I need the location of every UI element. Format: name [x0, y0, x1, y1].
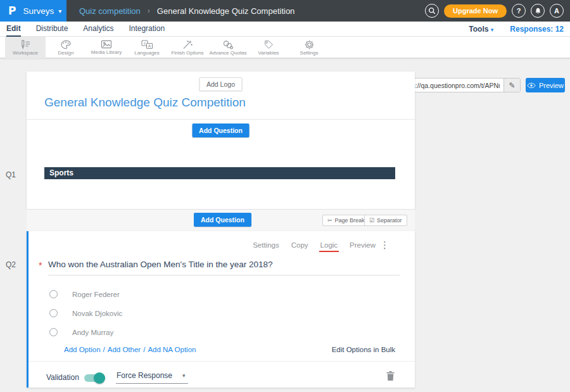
add-logo-button[interactable]: Add Logo: [199, 77, 243, 91]
option-label[interactable]: Novak Djokovic: [72, 310, 122, 317]
trash-icon: [386, 371, 395, 381]
workspace-icon: [20, 40, 32, 49]
answer-option-row[interactable]: Roger Federer: [49, 290, 120, 298]
add-question-button-top[interactable]: Add Question: [192, 123, 250, 137]
svg-text:A: A: [148, 43, 151, 48]
toggle-knob: [94, 372, 105, 384]
page-break-label: Page Break: [335, 217, 365, 224]
product-menu-label: Surveys: [23, 6, 54, 16]
upgrade-now-button[interactable]: Upgrade Now: [444, 4, 507, 18]
surveys-product-menu[interactable]: P Surveys ▾: [0, 0, 66, 22]
add-option-links: Add Option/Add Other/Add NA Option: [64, 346, 196, 353]
questionpro-logo-icon: P: [8, 4, 16, 17]
toolbar-item-label: Settings: [300, 50, 319, 56]
checkbox-checked-icon: ☑: [369, 217, 374, 224]
validation-toggle[interactable]: [84, 374, 104, 382]
question-number-q1: Q1: [6, 170, 16, 179]
preview-button[interactable]: Preview: [526, 78, 565, 92]
tools-dropdown[interactable]: Tools ▾: [469, 25, 493, 34]
add-na-option-link[interactable]: Add NA Option: [148, 346, 196, 353]
editor-toolbar: Workspace Design Media Library xA Langua…: [0, 37, 570, 58]
section-nav-bar: Edit Distribute Analytics Integration To…: [0, 22, 570, 37]
toolbar-item-finish-options[interactable]: Finish Options: [167, 37, 208, 58]
toolbar-item-label: Advance Quotas: [209, 50, 246, 56]
separator-label: Separator: [377, 217, 402, 224]
add-other-link[interactable]: Add Other: [108, 346, 141, 353]
question-number-q2: Q2: [6, 260, 16, 269]
translate-icon: xA: [141, 40, 153, 49]
tab-distribute[interactable]: Distribute: [36, 22, 68, 37]
tab-edit[interactable]: Edit: [6, 22, 21, 37]
notifications-button[interactable]: [531, 4, 545, 18]
question-mark-icon: ?: [517, 7, 521, 15]
question-preview-link[interactable]: Preview: [350, 241, 376, 249]
chevron-down-icon: ▾: [58, 8, 61, 15]
toolbar-item-workspace[interactable]: Workspace: [5, 37, 46, 58]
force-response-label: Force Response: [117, 371, 172, 380]
responses-count-link[interactable]: Responses: 12: [510, 25, 564, 34]
q2-question-card: Settings Copy Logic Preview ⋮ * Who won …: [27, 231, 415, 388]
validation-label: Validation: [46, 373, 79, 382]
nav-right-cluster: Tools ▾ Responses: 12: [469, 22, 564, 37]
divider: [27, 119, 415, 120]
radio-button[interactable]: [49, 309, 58, 317]
wand-icon: [182, 40, 193, 49]
radio-button[interactable]: [49, 328, 58, 336]
add-question-button-middle[interactable]: Add Question: [194, 213, 251, 227]
toolbar-item-variables[interactable]: Variables: [248, 37, 289, 58]
toolbar-item-media-library[interactable]: Media Library: [86, 37, 127, 58]
question-settings-link[interactable]: Settings: [253, 241, 279, 249]
survey-url-field: ✎: [396, 78, 521, 92]
question-logic-link[interactable]: Logic: [320, 241, 338, 249]
svg-text:x: x: [143, 41, 146, 45]
q1-section-header[interactable]: Sports: [44, 167, 395, 179]
help-button[interactable]: ?: [512, 4, 526, 18]
breadcrumb-current-title: General Knowledge Quiz Competition: [157, 6, 295, 16]
toolbar-item-settings[interactable]: Settings: [289, 37, 329, 58]
header-actions: Upgrade Now ? A: [425, 0, 564, 22]
link-separator: /: [143, 346, 145, 353]
toolbar-item-design[interactable]: Design: [46, 37, 86, 58]
bell-icon: [534, 7, 542, 15]
preview-label: Preview: [539, 82, 564, 89]
tools-label: Tools: [469, 25, 488, 34]
toolbar-item-label: Design: [58, 50, 74, 56]
survey-title[interactable]: General Knowledge Quiz Competition: [44, 96, 246, 110]
radio-button[interactable]: [49, 290, 58, 298]
section-tabs: Edit Distribute Analytics Integration: [6, 22, 165, 37]
question-copy-link[interactable]: Copy: [291, 241, 308, 249]
quota-icon: [222, 40, 234, 49]
tab-analytics[interactable]: Analytics: [83, 22, 113, 37]
question-text-underline: [48, 275, 400, 275]
breadcrumb-parent-link[interactable]: Quiz competition: [79, 6, 141, 16]
top-header-bar: P Surveys ▾ Quiz competition › General K…: [0, 0, 570, 22]
toolbar-item-label: Languages: [134, 50, 160, 56]
tab-integration[interactable]: Integration: [129, 22, 165, 37]
toolbar-item-languages[interactable]: xA Languages: [127, 37, 167, 58]
edit-options-in-bulk-link[interactable]: Edit Options in Bulk: [332, 346, 395, 353]
avatar-initial: A: [554, 7, 559, 15]
answer-option-row[interactable]: Andy Murray: [49, 328, 113, 336]
add-option-link[interactable]: Add Option: [64, 346, 101, 353]
option-label[interactable]: Roger Federer: [72, 291, 120, 298]
delete-question-button[interactable]: [386, 371, 395, 383]
search-button[interactable]: [425, 4, 439, 18]
answer-option-row[interactable]: Novak Djokovic: [49, 309, 122, 317]
force-response-dropdown[interactable]: Force Response ▾: [116, 371, 188, 384]
toolbar-item-label: Finish Options: [171, 50, 203, 56]
breadcrumb-separator-icon: ›: [148, 6, 150, 15]
toolbar-item-label: Media Library: [91, 49, 122, 55]
option-label[interactable]: Andy Murray: [72, 329, 113, 336]
question-text[interactable]: Who won the Australian Open Men's Title …: [48, 260, 273, 269]
question-more-menu-button[interactable]: ⋮: [380, 239, 390, 251]
account-avatar[interactable]: A: [550, 4, 564, 18]
toolbar-item-advance-quotas[interactable]: Advance Quotas: [208, 37, 248, 58]
separator-button[interactable]: ☑ Separator: [364, 215, 407, 226]
scissors-icon: ✂: [327, 217, 332, 224]
chevron-down-icon: ▾: [182, 372, 186, 379]
pencil-icon: ✎: [509, 81, 515, 90]
edit-url-button[interactable]: ✎: [504, 79, 520, 92]
search-icon: [428, 6, 436, 15]
page-break-button[interactable]: ✂ Page Break: [322, 215, 370, 226]
toolbar-item-label: Workspace: [13, 50, 38, 56]
